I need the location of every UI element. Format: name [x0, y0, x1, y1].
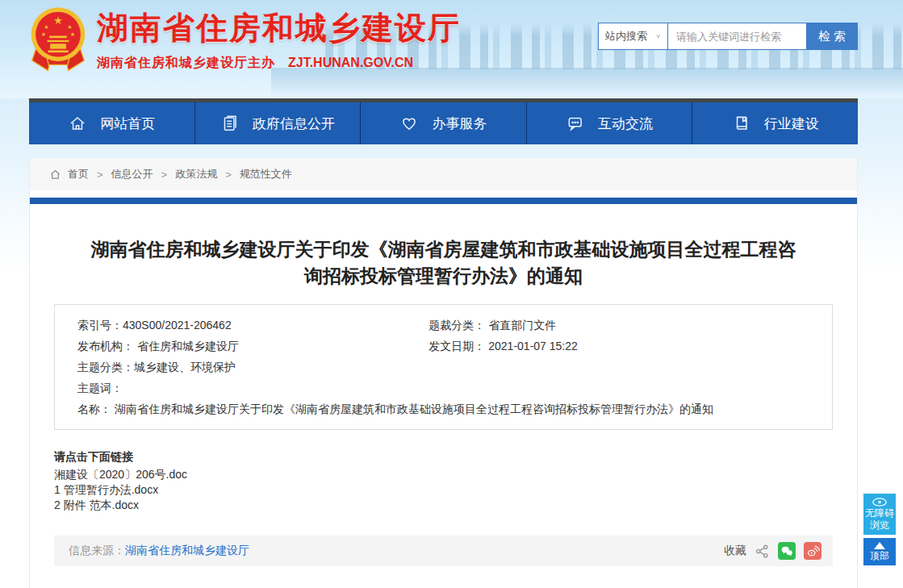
attachment-link[interactable]: 1 管理暂行办法.docx — [54, 482, 833, 498]
meta-row-date: 发文日期： 2021-01-07 15:22 — [429, 336, 809, 357]
home-icon — [49, 169, 61, 181]
accessibility-button[interactable]: 无障碍 浏览 — [863, 494, 896, 535]
attachment-link[interactable]: 2 附件 范本.docx — [54, 498, 833, 513]
site-url: ZJT.HUNAN.GOV.CN — [288, 56, 413, 69]
floating-buttons: 无障碍 浏览 顶部 — [863, 494, 896, 565]
attachments-section: 请点击下面链接 湘建设〔2020〕206号.doc 1 管理暂行办法.docx … — [54, 449, 833, 513]
svg-text:★: ★ — [67, 23, 72, 31]
svg-text:★: ★ — [44, 23, 48, 31]
nav-item-label: 办事服务 — [432, 115, 487, 133]
nav-item-home[interactable]: 网站首页 — [29, 102, 194, 144]
share-icon[interactable] — [755, 544, 770, 559]
content-area: 首页 > 信息公开 > 政策法规 > 规范性文件 湖南省住房和城乡建设厅关于印发… — [29, 158, 858, 588]
meta-label: 索引号： — [77, 319, 123, 332]
meta-row-genre: 题裁分类： 省直部门文件 — [429, 315, 809, 336]
search-button[interactable]: 检 索 — [806, 23, 858, 50]
meta-label: 主题词： — [77, 382, 123, 394]
svg-text:★: ★ — [70, 31, 75, 38]
meta-cell-empty — [429, 377, 809, 398]
national-emblem-logo: ★ ★ ★ ★ ★ — [29, 5, 87, 73]
heart-icon — [399, 114, 419, 133]
meta-value: 2021-01-07 15:22 — [488, 340, 578, 352]
meta-value: 省住房和城乡建设厅 — [137, 340, 239, 352]
site-subtitle: 湖南省住房和城乡建设厅主办 — [97, 56, 275, 69]
attachments-heading: 请点击下面链接 — [54, 449, 833, 465]
arrow-up-icon — [865, 542, 894, 549]
meta-value: 430S00/2021-206462 — [123, 319, 232, 332]
accessibility-label-line2: 浏览 — [865, 519, 894, 532]
source-bar: 信息来源：湖南省住房和城乡建设厅 收藏 — [54, 536, 833, 566]
search-scope-label: 站内搜索 — [605, 29, 647, 44]
breadcrumb-item-normative-docs[interactable]: 规范性文件 — [240, 167, 292, 181]
site-brand[interactable]: ★ ★ ★ ★ ★ 湖南省住房和城乡建设厅 湖南省住房和城乡建设厅主办ZJT.H… — [29, 5, 461, 73]
search-scope-select[interactable]: 站内搜索 ∨ — [598, 23, 667, 50]
breadcrumb-item-home[interactable]: 首页 — [68, 167, 89, 181]
meta-row-topic: 主题分类：城乡建设、环境保护 — [77, 357, 429, 377]
breadcrumb-separator: > — [161, 169, 168, 181]
site-title: 湖南省住房和城乡建设厅 — [97, 6, 461, 50]
chat-icon — [566, 114, 585, 133]
meta-box: 索引号：430S00/2021-206462 题裁分类： 省直部门文件 发布机构… — [54, 304, 833, 430]
meta-row-agency: 发布机构： 省住房和城乡建设厅 — [77, 336, 429, 357]
chevron-down-icon: ∨ — [655, 33, 661, 40]
nav-item-label: 互动交流 — [598, 115, 653, 133]
meta-label: 主题分类： — [77, 361, 134, 373]
main-navigation: 网站首页 政府信息公开 办事服务 — [29, 98, 858, 144]
weibo-icon — [805, 544, 820, 558]
favorite-button[interactable]: 收藏 — [724, 544, 746, 558]
eye-icon — [865, 498, 894, 507]
nav-item-interaction[interactable]: 互动交流 — [526, 102, 692, 144]
nav-item-info-disclosure[interactable]: 政府信息公开 — [194, 102, 361, 144]
nav-item-label: 行业建设 — [764, 115, 819, 133]
meta-label: 题裁分类： — [429, 319, 488, 332]
wechat-icon — [780, 544, 794, 558]
meta-label: 名称： — [77, 402, 115, 415]
article: 湖南省住房和城乡建设厅关于印发《湖南省房屋建筑和市政基础设施项目全过程工程咨询招… — [30, 236, 857, 566]
source-label: 信息来源： — [69, 544, 125, 557]
breadcrumb-separator: > — [225, 169, 232, 181]
divider-bar — [30, 198, 857, 204]
site-header: ★ ★ ★ ★ ★ 湖南省住房和城乡建设厅 湖南省住房和城乡建设厅主办ZJT.H… — [0, 0, 903, 98]
meta-cell-empty — [429, 357, 809, 377]
document-icon — [220, 114, 240, 133]
nav-item-industry[interactable]: 行业建设 — [692, 102, 858, 144]
nav-item-services[interactable]: 办事服务 — [360, 102, 526, 144]
meta-value: 省直部门文件 — [488, 319, 556, 332]
meta-value: 湖南省住房和城乡建设厅关于印发《湖南省房屋建筑和市政基础设施项目全过程工程咨询招… — [115, 402, 713, 415]
home-icon — [68, 114, 87, 133]
source-link[interactable]: 湖南省住房和城乡建设厅 — [125, 544, 249, 557]
back-to-top-button[interactable]: 顶部 — [863, 538, 896, 565]
meta-label: 发文日期： — [429, 340, 488, 352]
meta-row-keywords: 主题词： — [77, 377, 429, 398]
book-icon — [732, 114, 751, 133]
svg-text:★: ★ — [53, 15, 63, 27]
top-label: 顶部 — [865, 550, 894, 562]
nav-item-label: 网站首页 — [100, 115, 155, 133]
meta-row-index-number: 索引号：430S00/2021-206462 — [77, 315, 429, 336]
breadcrumb-item-info[interactable]: 信息公开 — [111, 167, 153, 181]
meta-row-name: 名称： 湖南省住房和城乡建设厅关于印发《湖南省房屋建筑和市政基础设施项目全过程工… — [77, 398, 809, 419]
meta-label: 发布机构： — [77, 340, 137, 352]
breadcrumb-item-policy[interactable]: 政策法规 — [175, 167, 217, 181]
wechat-share-button[interactable] — [778, 542, 796, 560]
weibo-share-button[interactable] — [804, 542, 821, 560]
meta-value: 城乡建设、环境保护 — [134, 361, 236, 373]
accessibility-label-line1: 无障碍 — [865, 507, 894, 519]
breadcrumb: 首页 > 信息公开 > 政策法规 > 规范性文件 — [30, 158, 857, 190]
breadcrumb-separator: > — [97, 169, 103, 181]
site-search: 站内搜索 ∨ 检 索 — [598, 23, 858, 50]
svg-text:★: ★ — [41, 31, 46, 38]
attachment-link[interactable]: 湘建设〔2020〕206号.doc — [54, 467, 833, 482]
nav-item-label: 政府信息公开 — [253, 115, 335, 133]
article-title: 湖南省住房和城乡建设厅关于印发《湖南省房屋建筑和市政基础设施项目全过程工程咨询招… — [85, 236, 802, 290]
search-input[interactable] — [667, 23, 806, 50]
